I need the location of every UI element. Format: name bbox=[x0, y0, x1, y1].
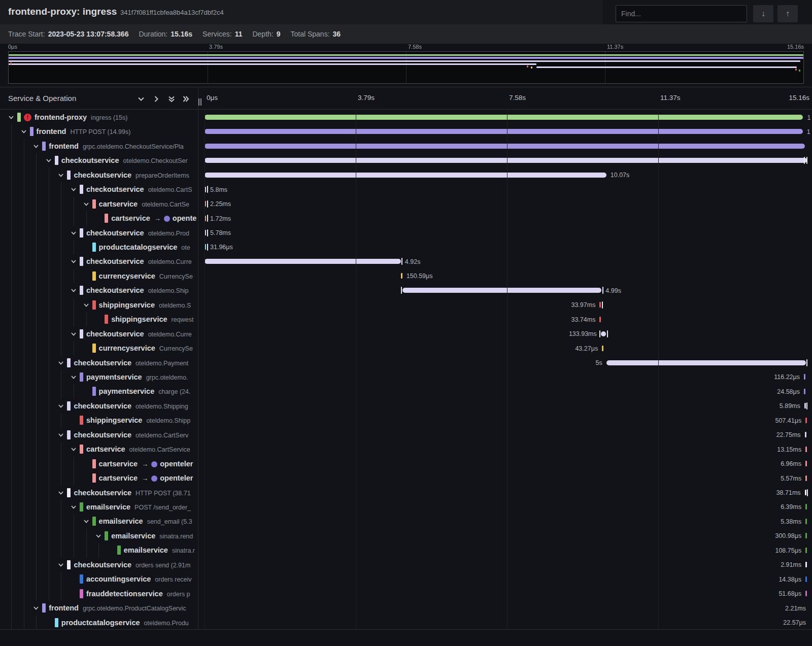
span-row[interactable]: cartserviceoteldemo.CartService13.15ms bbox=[0, 442, 812, 456]
chevron-down-icon[interactable] bbox=[58, 172, 64, 178]
span-bar[interactable] bbox=[805, 548, 807, 553]
span-row[interactable]: shippingservicereqwest33.74ms bbox=[0, 312, 812, 326]
span-bar[interactable] bbox=[804, 403, 806, 409]
span-row[interactable]: productcatalogserviceote31.96μs bbox=[0, 240, 812, 254]
span-row[interactable]: cartservice→openteler5.57ms bbox=[0, 471, 812, 485]
span-bar[interactable] bbox=[804, 374, 805, 380]
span-row[interactable]: checkoutserviceoteldemo.Payment5s bbox=[0, 356, 812, 370]
span-row[interactable]: frontendgrpc.oteldemo.CheckoutService/Pl… bbox=[0, 139, 812, 153]
chevron-down-icon[interactable] bbox=[71, 374, 77, 380]
span-row[interactable]: checkoutserviceoteldemo.CartS5.8ms bbox=[0, 182, 812, 196]
chevron-down-icon[interactable] bbox=[58, 360, 64, 366]
expand-all-icon[interactable] bbox=[182, 95, 190, 103]
chevron-down-icon[interactable] bbox=[71, 504, 77, 510]
span-row[interactable]: checkoutserviceorders send (2.91m2.91ms bbox=[0, 558, 812, 572]
span-row[interactable]: paymentservicecharge (24.24.58μs bbox=[0, 384, 812, 398]
span-bar[interactable] bbox=[205, 129, 803, 134]
span-row[interactable]: checkoutserviceoteldemo.Curre4.92s bbox=[0, 254, 812, 268]
span-row[interactable]: currencyserviceCurrencySe43.27μs bbox=[0, 341, 812, 355]
chevron-down-icon[interactable] bbox=[71, 258, 77, 264]
collapse-all-icon[interactable] bbox=[167, 95, 176, 103]
indent-guide bbox=[24, 356, 24, 370]
span-row[interactable]: frontendgrpc.oteldemo.ProductCatalogServ… bbox=[0, 601, 812, 615]
span-bar[interactable] bbox=[805, 504, 807, 509]
span-row[interactable]: cartserviceoteldemo.CartSe2.25ms bbox=[0, 197, 812, 211]
chevron-down-icon[interactable] bbox=[71, 186, 77, 192]
span-bar[interactable] bbox=[205, 158, 807, 163]
chevron-down-icon[interactable] bbox=[58, 490, 64, 496]
span-bar[interactable] bbox=[805, 461, 807, 466]
find-next-button[interactable]: ↓ bbox=[753, 5, 773, 22]
span-row[interactable]: checkoutserviceoteldemo.Curre133.93ms bbox=[0, 327, 812, 341]
span-bar[interactable] bbox=[205, 173, 606, 178]
span-row[interactable]: frontendHTTP POST (14.99s)1 bbox=[0, 124, 812, 139]
span-bar[interactable] bbox=[599, 302, 601, 308]
span-bar[interactable] bbox=[602, 346, 603, 351]
trace-minimap[interactable] bbox=[8, 51, 804, 84]
span-row[interactable]: checkoutserviceoteldemo.Shipping5.89ms bbox=[0, 399, 812, 413]
span-bar[interactable] bbox=[805, 475, 807, 481]
chevron-down-icon[interactable] bbox=[58, 403, 64, 409]
chevron-down-icon[interactable] bbox=[71, 287, 77, 293]
span-row[interactable]: shippingserviceoteldemo.S33.97ms bbox=[0, 298, 812, 312]
span-row[interactable]: accountingserviceorders receiv14.38μs bbox=[0, 572, 812, 586]
span-row[interactable]: paymentservicegrpc.oteldemo.116.22μs bbox=[0, 370, 812, 384]
span-bar[interactable] bbox=[805, 576, 807, 582]
span-row[interactable]: emailservicesinatra.rend300.98μs bbox=[0, 529, 812, 543]
span-bar[interactable] bbox=[402, 288, 601, 293]
chevron-down-icon[interactable] bbox=[46, 157, 52, 163]
span-bar[interactable] bbox=[805, 447, 807, 452]
span-row[interactable]: currencyserviceCurrencySe150.59μs bbox=[0, 269, 812, 283]
span-row[interactable]: checkoutserviceHTTP POST (38.7138.71ms bbox=[0, 486, 812, 500]
span-row[interactable]: emailservicesend_email (5.35.38ms bbox=[0, 514, 812, 528]
span-row[interactable]: cartservice→opente1.72ms bbox=[0, 211, 812, 225]
span-row[interactable]: frauddetectionserviceorders p51.68μs bbox=[0, 587, 812, 601]
span-row[interactable]: !frontend-proxyingress (15s)1 bbox=[0, 110, 812, 124]
column-resize-grip[interactable] bbox=[198, 98, 202, 106]
span-bar[interactable] bbox=[805, 490, 806, 495]
span-row[interactable]: checkoutserviceoteldemo.CheckoutSer bbox=[0, 153, 812, 167]
span-row[interactable]: checkoutserviceoteldemo.Prod5.78ms bbox=[0, 226, 812, 240]
chevron-down-icon[interactable] bbox=[8, 114, 14, 120]
span-bar[interactable] bbox=[805, 418, 807, 423]
span-bar[interactable] bbox=[205, 144, 805, 149]
span-row[interactable]: emailservicesinatra.r108.75μs bbox=[0, 543, 812, 557]
indent-guide bbox=[11, 341, 12, 355]
span-bar[interactable] bbox=[805, 533, 807, 538]
chevron-down-icon[interactable] bbox=[71, 331, 77, 337]
chevron-down-icon[interactable] bbox=[58, 562, 64, 568]
chevron-down-icon[interactable] bbox=[33, 605, 39, 611]
chevron-down-icon[interactable] bbox=[83, 518, 89, 524]
chevron-down-icon[interactable] bbox=[21, 128, 27, 134]
span-bar[interactable] bbox=[804, 389, 805, 394]
chevron-down-icon[interactable] bbox=[58, 432, 64, 438]
span-bar[interactable] bbox=[805, 432, 806, 437]
span-row[interactable]: checkoutserviceoteldemo.CartServ22.75ms bbox=[0, 428, 812, 442]
span-bar[interactable] bbox=[205, 115, 803, 120]
span-bar[interactable] bbox=[599, 317, 601, 322]
chevron-down-icon[interactable] bbox=[83, 201, 89, 207]
span-bar[interactable] bbox=[401, 273, 402, 279]
span-row[interactable]: cartservice→openteler6.96ms bbox=[0, 457, 812, 471]
span-bar[interactable] bbox=[205, 259, 401, 264]
chevron-down-icon[interactable] bbox=[71, 446, 77, 452]
span-bar[interactable] bbox=[601, 331, 606, 336]
chevron-down-icon[interactable] bbox=[33, 143, 39, 149]
chevron-down-icon[interactable] bbox=[83, 302, 89, 308]
span-row[interactable]: checkoutserviceprepareOrderItems10.07s bbox=[0, 168, 812, 182]
span-bar[interactable] bbox=[805, 519, 807, 524]
span-row[interactable]: shippingserviceoteldemo.Shipp507.41μs bbox=[0, 413, 812, 427]
span-bar[interactable] bbox=[606, 360, 806, 365]
find-input[interactable] bbox=[616, 5, 747, 22]
span-row[interactable]: productcatalogserviceoteldemo.Produ22.57… bbox=[0, 616, 812, 630]
span-tree-cell: checkoutserviceoteldemo.Shipping bbox=[0, 399, 197, 413]
expand-one-icon[interactable] bbox=[152, 95, 160, 103]
collapse-one-icon[interactable] bbox=[137, 95, 145, 103]
span-row[interactable]: checkoutserviceoteldemo.Ship4.99s bbox=[0, 283, 812, 297]
span-bar[interactable] bbox=[805, 591, 807, 596]
chevron-down-icon[interactable] bbox=[95, 533, 101, 539]
find-prev-button[interactable]: ↑ bbox=[777, 5, 798, 22]
span-bar[interactable] bbox=[805, 562, 807, 567]
chevron-down-icon[interactable] bbox=[71, 230, 77, 236]
span-row[interactable]: emailservicePOST /send_order_6.39ms bbox=[0, 500, 812, 514]
